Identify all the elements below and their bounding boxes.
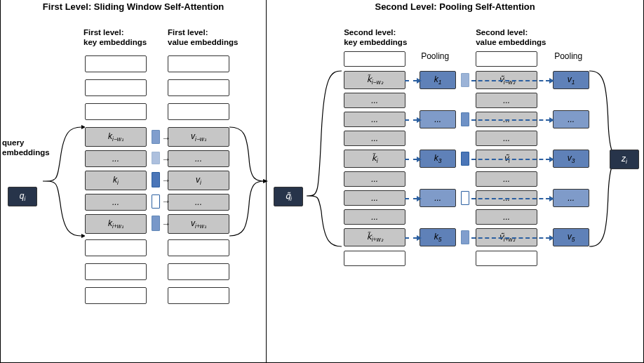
vhbox-0 xyxy=(476,51,537,67)
vhbox-2: ... xyxy=(476,93,537,108)
khbox-8: ... xyxy=(344,209,405,225)
kbox-5: ki xyxy=(85,171,147,190)
vbox-5: vi xyxy=(168,171,229,190)
khbox-3: ... xyxy=(344,112,405,127)
kbox-8 xyxy=(85,239,147,256)
kbox-2 xyxy=(85,103,147,120)
brace-q-to-keys xyxy=(39,124,85,239)
vbox-2 xyxy=(168,103,229,120)
right-col1-header: Second level: key embeddings xyxy=(344,27,407,48)
brace-values-out xyxy=(229,124,268,239)
khbox-6: ... xyxy=(344,171,405,187)
vp-4: v5 xyxy=(553,228,589,246)
vbox-0 xyxy=(168,55,229,72)
vp-1: ... xyxy=(553,110,589,128)
vp-3: ... xyxy=(553,189,589,207)
khbox-2: ... xyxy=(344,93,405,108)
kbox-6: ... xyxy=(85,194,147,211)
left-col2-header: First level: value embeddings xyxy=(168,27,238,48)
darrow-v5 xyxy=(471,237,550,239)
left-col1-header: First level: key embeddings xyxy=(83,27,147,48)
kbox-0 xyxy=(85,55,147,72)
vhbox-4: ... xyxy=(476,131,537,146)
khbox-5: k̃i xyxy=(344,150,405,168)
chip-2 xyxy=(152,152,160,164)
kp-0: k1 xyxy=(420,71,456,89)
khbox-9: k̃i+w₂ xyxy=(344,228,405,246)
darrow-v2 xyxy=(471,119,550,121)
kbox-10 xyxy=(85,287,147,304)
khbox-7: ... xyxy=(344,190,405,206)
diagram-container: First Level: Sliding Window Self-Attenti… xyxy=(0,0,644,363)
panel-right: Second Level: Pooling Self-Attention q̃i… xyxy=(267,1,643,362)
vbox-1 xyxy=(168,79,229,96)
svg-marker-1 xyxy=(81,234,85,238)
z-box: zi xyxy=(610,150,639,169)
chip-5 xyxy=(152,216,160,231)
rchip-1 xyxy=(461,73,469,87)
darrow-k1 xyxy=(405,80,417,81)
khbox-0 xyxy=(344,51,405,67)
darrow-k4 xyxy=(405,198,417,199)
vhbox-6: ... xyxy=(476,171,537,187)
vbox-10 xyxy=(168,287,229,304)
vbox-4: ... xyxy=(168,150,229,167)
darrow-v4 xyxy=(471,198,550,199)
brace-qtilde xyxy=(303,67,345,250)
darrow-k5 xyxy=(405,237,417,239)
vbox-7: vi+w₁ xyxy=(168,214,229,234)
khbox-1: k̃i−w₂ xyxy=(344,71,405,89)
kp-1: ... xyxy=(420,110,456,128)
vhbox-8: ... xyxy=(476,209,537,225)
darrow-k2 xyxy=(405,119,417,121)
pooling-label-1: Pooling xyxy=(421,51,449,61)
kp-4: k5 xyxy=(420,228,456,246)
pooling-label-2: Pooling xyxy=(554,51,582,61)
vbox-3: vi−w₁ xyxy=(168,127,229,147)
vbox-8 xyxy=(168,239,229,256)
vbox-6: ... xyxy=(168,194,229,211)
vp-2: v3 xyxy=(553,150,589,168)
rchip-4 xyxy=(461,191,469,205)
query-box: qi xyxy=(8,187,37,206)
vp-0: v1 xyxy=(553,71,589,89)
q-label: qi xyxy=(20,191,26,202)
right-title: Second Level: Pooling Self-Attention xyxy=(267,0,643,13)
kp-3: ... xyxy=(420,189,456,207)
vbox-9 xyxy=(168,263,229,280)
rchip-2 xyxy=(461,112,469,126)
rchip-5 xyxy=(461,230,469,244)
kp-2: k3 xyxy=(420,150,456,168)
kbox-3: ki−w₁ xyxy=(85,127,147,147)
kbox-7: ki+w₁ xyxy=(85,214,147,234)
svg-marker-0 xyxy=(81,125,85,129)
chip-1 xyxy=(152,130,160,144)
chip-3 xyxy=(152,172,160,187)
khbox-4: ... xyxy=(344,131,405,146)
darrow-v3 xyxy=(471,159,550,160)
kbox-1 xyxy=(85,79,147,96)
right-col2-header: Second level: value embeddings xyxy=(476,27,546,48)
panel-left: First Level: Sliding Window Self-Attenti… xyxy=(1,1,267,362)
qtilde-box: q̃i xyxy=(274,187,303,206)
rchip-3 xyxy=(461,152,469,166)
kbox-4: ... xyxy=(85,150,147,167)
kbox-9 xyxy=(85,263,147,280)
darrow-k3 xyxy=(405,159,417,160)
left-title: First Level: Sliding Window Self-Attenti… xyxy=(1,0,266,13)
khbox-10 xyxy=(344,251,405,266)
vhbox-10 xyxy=(476,251,537,266)
darrow-v1 xyxy=(471,80,550,81)
chip-4 xyxy=(152,194,160,209)
